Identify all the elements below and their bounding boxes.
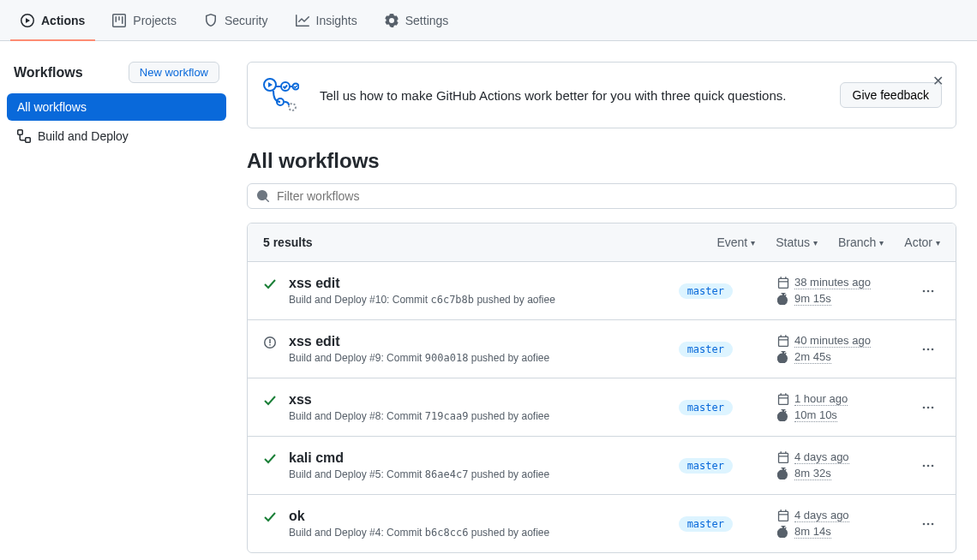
give-feedback-button[interactable]: Give feedback xyxy=(840,82,943,108)
run-time: 4 days ago xyxy=(794,450,849,464)
run-subtitle: Build and Deploy #10: Commit c6c7b8b pus… xyxy=(289,294,668,306)
commit-sha[interactable]: b6c8cc6 xyxy=(425,527,469,539)
calendar-icon xyxy=(777,451,789,463)
pushed-by-label: pushed by xyxy=(477,294,524,306)
svg-point-11 xyxy=(923,406,926,408)
tab-label: Actions xyxy=(41,14,85,27)
run-duration: 2m 45s xyxy=(794,350,831,364)
tab-security[interactable]: Security xyxy=(194,0,279,40)
run-title[interactable]: xss edit xyxy=(289,276,668,291)
run-workflow-name[interactable]: Build and Deploy xyxy=(289,468,367,480)
caret-down-icon: ▾ xyxy=(879,238,884,247)
tab-settings[interactable]: Settings xyxy=(375,0,459,40)
workflow-run-row: kali cmdBuild and Deploy #5: Commit 86ae… xyxy=(248,437,956,495)
filter-status[interactable]: Status▾ xyxy=(776,235,818,249)
tab-insights[interactable]: Insights xyxy=(285,0,368,40)
tab-label: Insights xyxy=(316,14,357,27)
tab-label: Security xyxy=(225,14,268,27)
run-status-icon xyxy=(263,277,279,294)
svg-point-6 xyxy=(927,289,930,292)
filter-workflows[interactable] xyxy=(247,183,956,209)
branch-pill[interactable]: master xyxy=(679,458,733,474)
caret-down-icon: ▾ xyxy=(751,238,755,247)
filter-input[interactable] xyxy=(277,189,947,203)
kebab-icon xyxy=(921,343,935,356)
repo-nav: Actions Projects Security Insights Setti… xyxy=(0,0,977,41)
actor-link[interactable]: aofiee xyxy=(521,468,549,480)
run-workflow-name[interactable]: Build and Deploy xyxy=(289,527,367,539)
feedback-banner: Tell us how to make GitHub Actions work … xyxy=(247,62,956,128)
branch-pill[interactable]: master xyxy=(679,516,733,532)
branch-pill[interactable]: master xyxy=(679,400,733,415)
run-workflow-name[interactable]: Build and Deploy xyxy=(289,352,367,364)
actor-link[interactable]: aofiee xyxy=(521,410,549,422)
actor-link[interactable]: aofiee xyxy=(521,527,549,539)
filter-event[interactable]: Event▾ xyxy=(716,235,755,249)
tab-projects[interactable]: Projects xyxy=(102,0,187,40)
run-title[interactable]: xss edit xyxy=(289,334,668,349)
kebab-icon xyxy=(921,401,935,414)
run-meta: 40 minutes ago 2m 45s xyxy=(777,334,906,364)
svg-point-14 xyxy=(923,464,926,467)
calendar-icon xyxy=(777,277,789,289)
run-subtitle: Build and Deploy #4: Commit b6c8cc6 push… xyxy=(289,527,668,539)
sidebar-item-build-and-deploy[interactable]: Build and Deploy xyxy=(7,122,226,150)
run-menu-button[interactable] xyxy=(916,343,940,356)
actor-link[interactable]: aofiee xyxy=(527,294,555,306)
commit-sha[interactable]: 719caa9 xyxy=(425,410,469,422)
actor-link[interactable]: aofiee xyxy=(521,352,549,364)
run-info: okBuild and Deploy #4: Commit b6c8cc6 pu… xyxy=(289,509,668,539)
sidebar-item-label: Build and Deploy xyxy=(38,129,129,143)
branch-pill[interactable]: master xyxy=(679,283,733,299)
run-workflow-name[interactable]: Build and Deploy xyxy=(289,294,367,306)
filter-actor[interactable]: Actor▾ xyxy=(904,235,940,249)
commit-sha[interactable]: 900a018 xyxy=(425,352,469,364)
run-workflow-name[interactable]: Build and Deploy xyxy=(289,410,367,422)
caret-down-icon: ▾ xyxy=(936,238,940,247)
run-status-icon xyxy=(263,336,279,352)
pushed-by-label: pushed by xyxy=(471,527,518,539)
main-content: Tell us how to make GitHub Actions work … xyxy=(233,41,977,560)
stopwatch-icon xyxy=(777,468,789,480)
run-info: kali cmdBuild and Deploy #5: Commit 86ae… xyxy=(289,450,668,480)
run-time: 38 minutes ago xyxy=(794,276,871,289)
tab-actions[interactable]: Actions xyxy=(10,0,95,40)
run-menu-button[interactable] xyxy=(916,284,940,298)
filter-branch[interactable]: Branch▾ xyxy=(838,235,884,249)
commit-sha[interactable]: 86ae4c7 xyxy=(425,468,469,480)
run-menu-button[interactable] xyxy=(916,517,940,531)
sidebar-item-label: All workflows xyxy=(17,100,87,114)
run-menu-button[interactable] xyxy=(916,459,940,473)
pushed-by-label: pushed by xyxy=(471,352,518,364)
run-title[interactable]: kali cmd xyxy=(289,450,668,466)
run-meta: 1 hour ago 10m 10s xyxy=(777,392,906,422)
shield-icon xyxy=(204,14,218,27)
run-menu-button[interactable] xyxy=(916,401,940,414)
svg-point-10 xyxy=(932,348,934,350)
commit-sha[interactable]: c6c7b8b xyxy=(430,294,474,306)
commit-prefix: Commit xyxy=(393,294,428,306)
svg-point-19 xyxy=(932,522,934,525)
sidebar-item-all-workflows[interactable]: All workflows xyxy=(7,93,226,121)
run-title[interactable]: ok xyxy=(289,509,668,524)
run-duration: 8m 14s xyxy=(794,525,831,539)
svg-point-17 xyxy=(923,522,926,525)
stopwatch-icon xyxy=(777,526,789,538)
branch-pill[interactable]: master xyxy=(679,342,733,357)
run-duration: 10m 10s xyxy=(794,408,837,422)
run-title[interactable]: xss xyxy=(289,392,668,408)
run-subtitle: Build and Deploy #8: Commit 719caa9 push… xyxy=(289,410,668,422)
actions-banner-icon xyxy=(261,76,299,114)
workflow-run-row: okBuild and Deploy #4: Commit b6c8cc6 pu… xyxy=(248,495,956,552)
page-title: All workflows xyxy=(247,149,956,173)
commit-prefix: Commit xyxy=(387,410,422,422)
banner-text: Tell us how to make GitHub Actions work … xyxy=(320,88,819,103)
kebab-icon xyxy=(921,517,935,531)
run-time: 40 minutes ago xyxy=(794,334,871,348)
run-number: #5 xyxy=(369,468,381,480)
new-workflow-button[interactable]: New workflow xyxy=(129,62,219,83)
run-duration: 9m 15s xyxy=(794,292,831,306)
kebab-icon xyxy=(921,284,935,298)
close-icon[interactable]: ✕ xyxy=(932,73,944,89)
stopwatch-icon xyxy=(777,351,789,363)
